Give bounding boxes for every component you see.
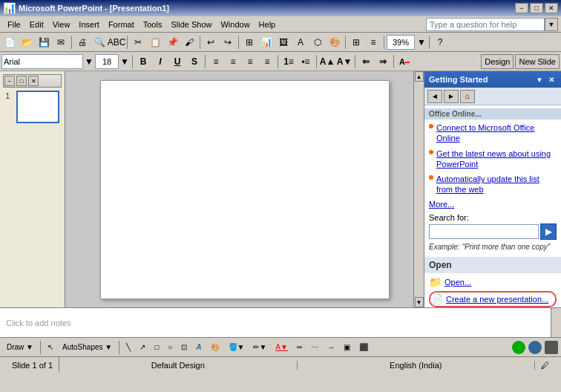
line-color-button[interactable]: ✏▼	[249, 340, 270, 355]
open-link[interactable]: Open...	[444, 278, 471, 287]
insert-chart-button[interactable]: 📊	[258, 34, 275, 50]
menu-slideshow[interactable]: Slide Show	[166, 19, 216, 30]
print-button[interactable]: 🖨	[74, 34, 91, 50]
menu-window[interactable]: Window	[216, 19, 254, 30]
arrow-tool[interactable]: ↗	[136, 340, 149, 355]
insert-picture-button[interactable]: 🖼	[275, 34, 292, 50]
underline-button[interactable]: U	[169, 54, 186, 69]
show-all-button[interactable]: ≡	[365, 34, 381, 50]
font-size-input[interactable]	[95, 54, 119, 69]
save-button[interactable]: 💾	[36, 34, 52, 50]
cut-button[interactable]: ✂	[130, 34, 146, 50]
help-dropdown-button[interactable]: ▼	[545, 18, 558, 31]
menu-format[interactable]: Format	[104, 19, 139, 30]
menu-edit[interactable]: Edit	[25, 19, 48, 30]
bold-button[interactable]: B	[135, 54, 151, 69]
font-color-button[interactable]: A▬	[396, 54, 413, 69]
minimize-button[interactable]: −	[515, 3, 528, 13]
shadow-button2[interactable]: ▣	[340, 340, 354, 355]
redo-button[interactable]: ↪	[220, 34, 236, 50]
insert-wordart-button[interactable]: A	[292, 34, 309, 50]
oval-tool[interactable]: ○	[164, 340, 176, 355]
copy-button[interactable]: 📋	[147, 34, 163, 50]
spell-button[interactable]: ABC	[108, 34, 125, 50]
help-search-input[interactable]	[426, 18, 545, 31]
notes-area[interactable]: Click to add notes	[0, 307, 561, 337]
panel-close-button[interactable]: ✕	[28, 76, 39, 86]
autoshapes-dropdown-button[interactable]: AutoShapes ▼	[59, 340, 116, 355]
align-center-button[interactable]: ≡	[225, 54, 241, 69]
notes-scrollbar[interactable]	[551, 308, 561, 337]
justify-button[interactable]: ≡	[259, 54, 275, 69]
menu-help[interactable]: Help	[255, 19, 280, 30]
new-button[interactable]: 📄	[1, 34, 18, 50]
preview-button[interactable]: 🔍	[91, 34, 108, 50]
rectangle-tool[interactable]: □	[151, 340, 163, 355]
nav-home-button[interactable]: ⌂	[460, 90, 475, 103]
panel-shrink-button[interactable]: −	[4, 76, 15, 86]
align-right-button[interactable]: ≡	[242, 54, 258, 69]
close-button[interactable]: ✕	[545, 3, 558, 13]
connect-link[interactable]: Connect to Microsoft Office Online	[436, 122, 557, 144]
design-button[interactable]: Design	[481, 54, 514, 69]
clip-art-tool[interactable]: 🎨	[207, 340, 223, 355]
shadow-button[interactable]: S	[186, 54, 203, 69]
slide-thumbnail[interactable]	[16, 91, 59, 123]
help-button[interactable]: ?	[432, 34, 448, 50]
indent-increase-button[interactable]: ⇒	[375, 54, 391, 69]
create-new-link[interactable]: Create a new presentation...	[446, 295, 548, 304]
create-new-presentation-item[interactable]: 📄 Create a new presentation...	[429, 291, 557, 307]
draw-dropdown-button[interactable]: Draw ▼	[3, 340, 37, 355]
arrow-style-button[interactable]: →	[324, 340, 338, 355]
panel-close-button[interactable]: ✕	[546, 74, 557, 85]
align-left-button[interactable]: ≡	[208, 54, 224, 69]
undo-button[interactable]: ↩	[203, 34, 219, 50]
nav-forward-button[interactable]: ►	[444, 90, 459, 103]
email-button[interactable]: ✉	[53, 34, 69, 50]
font-size-dropdown[interactable]: ▼	[119, 53, 130, 70]
new-slide-button[interactable]: New Slide	[515, 54, 560, 69]
wordart-tool[interactable]: A	[192, 340, 205, 355]
menu-insert[interactable]: Insert	[74, 19, 104, 30]
slide-canvas[interactable]	[100, 80, 390, 299]
increase-font-button[interactable]: A▲	[319, 54, 335, 69]
nav-back-button[interactable]: ◄	[427, 90, 442, 103]
font-color-button2[interactable]: A▼	[272, 340, 292, 355]
paste-button[interactable]: 📌	[164, 34, 180, 50]
menu-view[interactable]: View	[48, 19, 75, 30]
numbering-button[interactable]: 1≡	[280, 54, 297, 69]
menu-file[interactable]: File	[3, 19, 25, 30]
update-link[interactable]: Automatically update this list from the …	[436, 174, 557, 195]
select-pointer-button[interactable]: ↖	[44, 340, 57, 355]
line-tool[interactable]: ╲	[122, 340, 134, 355]
fill-color-button[interactable]: 🪣▼	[225, 340, 249, 355]
insert-diagram-button[interactable]: ⬡	[309, 34, 326, 50]
panel-icon-button[interactable]: □	[16, 76, 27, 86]
panel-search-input[interactable]	[429, 224, 539, 239]
slide-info-text: Slide 1 of 1	[12, 361, 53, 370]
panel-expand-button[interactable]: ▼	[534, 74, 545, 85]
menu-tools[interactable]: Tools	[139, 19, 167, 30]
open-button[interactable]: 📂	[19, 34, 35, 50]
decrease-font-button[interactable]: A▼	[336, 54, 352, 69]
indent-decrease-button[interactable]: ⇐	[358, 54, 374, 69]
insert-table-button[interactable]: ⊞	[241, 34, 257, 50]
insert-clip-button[interactable]: 🎨	[327, 34, 343, 50]
font-dropdown-button[interactable]: ▼	[84, 53, 94, 70]
textbox-tool[interactable]: ⊡	[177, 340, 191, 355]
expand-all-button[interactable]: ⊞	[348, 34, 364, 50]
line-style-button[interactable]: ═	[293, 340, 306, 355]
bullets-button[interactable]: •≡	[298, 54, 314, 69]
vertical-scrollbar[interactable]: ▲ ▼	[413, 71, 424, 307]
news-link[interactable]: Get the latest news about using PowerPoi…	[436, 148, 557, 170]
3d-button[interactable]: ⬛	[355, 340, 372, 355]
maximize-button[interactable]: □	[530, 3, 543, 13]
dash-style-button[interactable]: ⋯	[307, 340, 322, 355]
font-selector[interactable]	[1, 54, 83, 69]
italic-button[interactable]: I	[152, 54, 168, 69]
panel-search-button[interactable]: ▶	[540, 223, 557, 240]
zoom-input[interactable]	[387, 35, 415, 50]
more-link[interactable]: More...	[429, 200, 557, 209]
format-painter-button[interactable]: 🖌	[181, 34, 197, 50]
zoom-dropdown-button[interactable]: ▼	[416, 34, 427, 50]
